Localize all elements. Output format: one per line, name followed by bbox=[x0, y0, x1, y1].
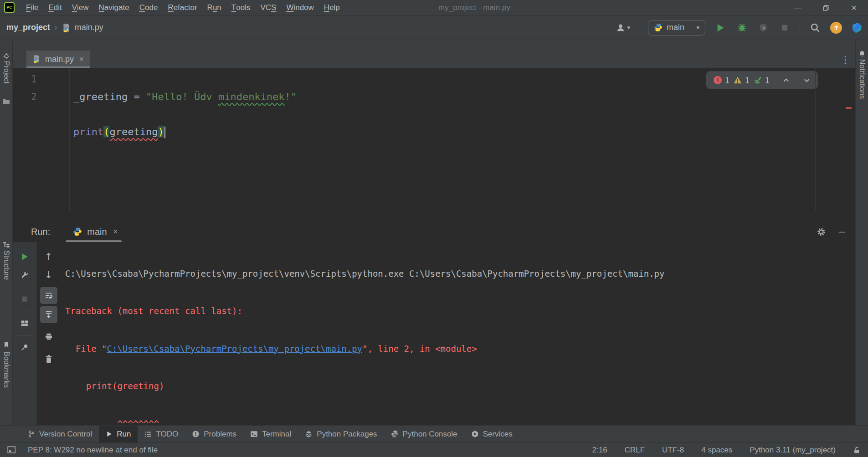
python-file-icon bbox=[32, 55, 41, 64]
python-icon bbox=[654, 23, 663, 32]
run-with-coverage-button[interactable] bbox=[757, 21, 770, 34]
console-file-line: File "C:\Users\Csaba\PycharmProjects\my_… bbox=[65, 340, 855, 358]
toolwindow-python-console[interactable]: Python Console bbox=[384, 426, 464, 442]
error-count: 1 bbox=[724, 76, 729, 85]
previous-highlight-chevron-up-icon[interactable] bbox=[782, 76, 790, 84]
tab-main-py[interactable]: main.py ✕ bbox=[26, 51, 90, 68]
run-button[interactable] bbox=[714, 21, 727, 34]
tool-window-toggle-icon[interactable] bbox=[7, 446, 16, 454]
tab-close-icon[interactable]: ✕ bbox=[79, 56, 84, 63]
menu-help[interactable]: Help bbox=[319, 0, 345, 15]
editor-gutter[interactable]: 1 2 bbox=[13, 68, 70, 211]
run-console-output[interactable]: C:\Users\Csaba\PycharmProjects\my_projec… bbox=[61, 242, 855, 425]
branch-icon bbox=[28, 430, 35, 438]
code-editor[interactable]: 1 2 _greeting = "Hello! Üdv mindenkinek!… bbox=[13, 68, 855, 211]
breadcrumb-project[interactable]: my_project bbox=[6, 23, 50, 32]
interpreter-widget[interactable]: Python 3.11 (my_project) bbox=[750, 446, 836, 455]
run-tab-close-icon[interactable]: ✕ bbox=[113, 228, 118, 235]
caret-position-widget[interactable]: 2:16 bbox=[592, 446, 607, 455]
stop-process-button[interactable] bbox=[16, 290, 33, 308]
warning-count-group[interactable]: 1 bbox=[734, 76, 750, 85]
toolwindow-todo[interactable]: TODO bbox=[138, 426, 185, 442]
restore-icon bbox=[822, 4, 830, 12]
sidebar-item-bookmarks[interactable]: Bookmarks bbox=[2, 351, 10, 388]
toolbar-divider bbox=[17, 311, 32, 311]
run-header-actions: ─ bbox=[817, 227, 855, 237]
error-stripe-mark[interactable] bbox=[846, 107, 852, 109]
sidebar-item-project[interactable]: Project bbox=[2, 61, 10, 84]
toolwindow-run[interactable]: Run bbox=[99, 426, 138, 442]
toolwindow-python-packages[interactable]: Python Packages bbox=[298, 426, 384, 442]
hide-tool-window-icon[interactable]: ─ bbox=[839, 227, 845, 237]
edit-configuration-button[interactable] bbox=[16, 266, 33, 284]
toolwindow-services[interactable]: Services bbox=[464, 426, 519, 442]
warning-count: 1 bbox=[745, 76, 750, 85]
down-stack-trace-button[interactable]: ↓ bbox=[40, 266, 57, 284]
error-count-group[interactable]: ! 1 bbox=[714, 76, 729, 85]
toolwindow-version-control[interactable]: Version Control bbox=[21, 426, 99, 442]
scroll-to-end-button[interactable] bbox=[40, 306, 57, 323]
menu-file[interactable]: File bbox=[21, 0, 43, 15]
ide-update-button[interactable] bbox=[830, 22, 842, 34]
pycharm-window: PC File Edit View Navigate Code Refactor… bbox=[0, 0, 868, 457]
minimize-button[interactable]: — bbox=[783, 0, 812, 15]
menu-run[interactable]: Run bbox=[202, 0, 226, 15]
scroll-to-end-icon bbox=[45, 310, 53, 319]
pin-tab-button[interactable] bbox=[16, 338, 33, 356]
crosshair-icon bbox=[3, 53, 10, 60]
settings-gear-icon[interactable] bbox=[817, 227, 826, 237]
toolbar-actions: ▾ main ▾ bbox=[616, 20, 863, 36]
console-traceback-line: Traceback (most recent call last): bbox=[65, 302, 855, 320]
close-button[interactable]: ✕ bbox=[840, 0, 868, 15]
menu-edit[interactable]: Edit bbox=[43, 0, 67, 15]
indent-widget[interactable]: 4 spaces bbox=[701, 446, 732, 455]
stop-button[interactable] bbox=[778, 21, 791, 34]
encoding-widget[interactable]: UTF-8 bbox=[662, 446, 684, 455]
sidebar-item-notifications[interactable]: Notifications bbox=[858, 59, 866, 99]
toolwindow-terminal[interactable]: Terminal bbox=[243, 426, 298, 442]
toolbox-icon bbox=[851, 22, 863, 34]
search-icon bbox=[810, 23, 820, 33]
run-configuration-select[interactable]: main ▾ bbox=[648, 20, 705, 36]
rerun-button[interactable] bbox=[16, 248, 33, 266]
typo-count-group[interactable]: 1 bbox=[754, 76, 770, 85]
search-everywhere-button[interactable] bbox=[809, 21, 822, 34]
next-highlight-chevron-down-icon[interactable] bbox=[803, 76, 811, 84]
menu-refactor[interactable]: Refactor bbox=[163, 0, 202, 15]
restore-layout-button[interactable] bbox=[16, 314, 33, 332]
menu-view[interactable]: View bbox=[67, 0, 94, 15]
line-number: 2 bbox=[13, 88, 69, 106]
run-tab-main[interactable]: main ✕ bbox=[69, 222, 122, 242]
code-text[interactable]: _greeting = "Hello! Üdv mindenkinek!" pr… bbox=[73, 71, 801, 158]
window-controls: — ✕ bbox=[783, 0, 868, 15]
debug-bug-icon bbox=[737, 23, 747, 32]
up-stack-trace-button[interactable]: ↑ bbox=[40, 248, 57, 266]
restore-button[interactable] bbox=[812, 0, 840, 15]
menu-navigate[interactable]: Navigate bbox=[94, 0, 134, 15]
menu-window[interactable]: Window bbox=[281, 0, 318, 15]
layout-icon bbox=[21, 319, 29, 327]
run-panel-spacer bbox=[13, 211, 855, 222]
code-with-me-users-button[interactable]: ▾ bbox=[616, 23, 630, 32]
menu-tools[interactable]: Tools bbox=[226, 0, 256, 15]
python-file-icon bbox=[62, 23, 71, 32]
python-icon bbox=[73, 227, 82, 236]
tab-options-kebab-icon[interactable]: ⋮ bbox=[841, 55, 850, 64]
problems-icon bbox=[192, 430, 200, 438]
line-separator-widget[interactable]: CRLF bbox=[625, 446, 645, 455]
breadcrumb-file[interactable]: main.py bbox=[75, 23, 103, 32]
structure-icon bbox=[3, 241, 10, 248]
toolbox-button[interactable] bbox=[851, 21, 863, 34]
sidebar-item-structure[interactable]: Structure bbox=[2, 250, 10, 280]
clear-all-button[interactable] bbox=[40, 350, 57, 368]
menu-code[interactable]: Code bbox=[134, 0, 163, 15]
menu-vcs[interactable]: VCS bbox=[255, 0, 281, 15]
services-icon bbox=[471, 430, 479, 438]
console-code-line: print(greeting) bbox=[65, 377, 855, 395]
debug-button[interactable] bbox=[735, 21, 748, 34]
soft-wrap-button[interactable] bbox=[40, 287, 57, 304]
unlocked-padlock-icon[interactable] bbox=[853, 446, 861, 454]
print-button[interactable] bbox=[40, 328, 57, 346]
toolwindow-problems[interactable]: Problems bbox=[185, 426, 243, 442]
file-link[interactable]: C:\Users\Csaba\PycharmProjects\my_projec… bbox=[107, 344, 363, 354]
